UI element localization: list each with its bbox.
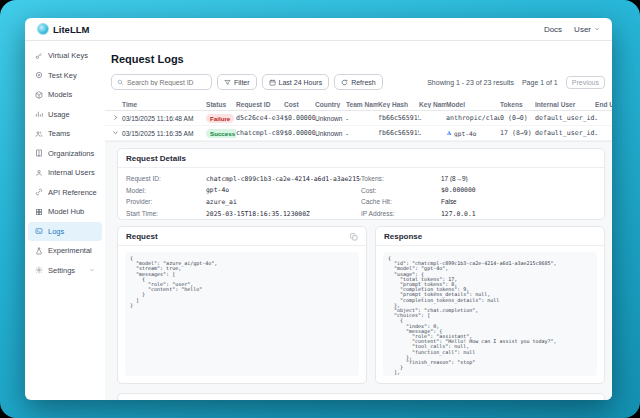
brand-name: LiteLLM xyxy=(53,24,89,35)
filter-button[interactable]: Filter xyxy=(217,74,257,90)
sidebar-item-logs[interactable]: Logs xyxy=(28,222,102,242)
log-time: 03/15/2025 11:16:48 AM xyxy=(122,115,206,122)
cube-icon xyxy=(35,91,43,99)
request-details-title: Request Details xyxy=(118,149,604,168)
toolbar: Filter Last 24 Hours Refresh Showing 1 -… xyxy=(111,74,605,90)
chevron-right-icon[interactable] xyxy=(112,114,119,121)
results-count: Showing 1 - 23 of 23 results xyxy=(427,79,514,86)
chevron-down-icon xyxy=(594,26,600,32)
test-key-icon xyxy=(35,71,43,79)
request-panel: Request { "model": "azure_ai/gpt-4o", "s… xyxy=(117,226,367,384)
metadata-panel: Metadata xyxy=(117,393,605,400)
docs-link[interactable]: Docs xyxy=(544,25,562,34)
search-input[interactable] xyxy=(127,79,206,86)
metadata-panel-title: Metadata xyxy=(118,394,604,400)
detail-tokens: 17 (8→9) xyxy=(441,175,468,182)
chevron-down-icon xyxy=(89,267,95,273)
log-end-user: - xyxy=(595,130,612,137)
log-key-name: - xyxy=(419,130,446,137)
detail-cost: $0.000000 xyxy=(441,186,476,194)
time-range-button[interactable]: Last 24 Hours xyxy=(262,74,330,90)
sidebar: Virtual Keys Test Key Models Usage Teams… xyxy=(25,41,105,400)
copy-icon[interactable] xyxy=(350,233,358,241)
request-details-card: Request Details Request ID:chatcmpl-c899… xyxy=(117,148,605,220)
log-team: - xyxy=(346,115,378,122)
log-internal-user: default_user_id xyxy=(535,129,595,137)
sidebar-item-internal-users[interactable]: Internal Users xyxy=(28,163,102,183)
status-badge: Failure xyxy=(206,114,234,123)
table-row-expanded[interactable]: 03/15/2025 11:16:35 AM Success chatcmpl-… xyxy=(105,126,612,141)
refresh-icon xyxy=(341,79,348,86)
key-icon xyxy=(35,52,43,60)
log-tokens: 17 (8→9) xyxy=(500,129,535,137)
log-country: Unknown xyxy=(315,130,346,137)
teams-icon xyxy=(35,130,43,138)
user-menu-label: User xyxy=(574,25,591,34)
table-row[interactable]: 03/15/2025 11:16:48 AM Failure d5c26ce4-… xyxy=(105,111,612,126)
sidebar-item-settings[interactable]: Settings xyxy=(28,261,102,281)
log-team: - xyxy=(346,130,378,137)
sidebar-item-test-key[interactable]: Test Key xyxy=(28,66,102,86)
sidebar-item-experimental[interactable]: Experimental xyxy=(28,241,102,261)
log-cost: $0.000000 xyxy=(284,114,315,122)
user-menu[interactable]: User xyxy=(574,25,600,34)
search-box[interactable] xyxy=(111,74,212,90)
page-title: Request Logs xyxy=(111,53,612,65)
log-model: anthropic/claude-... xyxy=(446,114,500,122)
logs-icon xyxy=(35,227,43,235)
log-key-hash: fb66c565915c6... xyxy=(378,114,419,122)
flask-icon xyxy=(35,247,43,255)
top-navbar: LiteLLM Docs User xyxy=(25,18,612,41)
sidebar-item-usage[interactable]: Usage xyxy=(28,105,102,125)
response-json-text: { "id": "chatcmpl-c899c1b3-ca2e-4214-a6d… xyxy=(388,256,592,376)
search-icon xyxy=(117,79,124,86)
log-request-id: chatcmpl-c899... xyxy=(236,129,284,137)
gear-icon xyxy=(35,266,43,274)
log-key-name: - xyxy=(419,115,446,122)
request-json-text: { "model": "azure_ai/gpt-4o", "stream": … xyxy=(130,256,354,308)
filter-icon xyxy=(224,79,231,86)
building-icon xyxy=(35,149,43,157)
detail-cache-hit: False xyxy=(441,198,457,205)
log-model: gpt-4o xyxy=(454,130,476,137)
response-panel: Response { "id": "chatcmpl-c899c1b3-ca2e… xyxy=(375,226,605,384)
main-content: Request Logs Filter Last 24 Hours Refres… xyxy=(105,41,612,400)
log-key-hash: fb66c565915c6... xyxy=(378,129,419,137)
log-cost: $0.000000 xyxy=(284,129,315,137)
sidebar-item-virtual-keys[interactable]: Virtual Keys xyxy=(28,46,102,66)
detail-provider: azure_ai xyxy=(206,198,237,206)
litellm-logo-icon xyxy=(37,23,49,35)
request-panel-title: Request xyxy=(126,232,158,241)
detail-model: gpt-4o xyxy=(206,186,229,194)
log-request-id: d5c26ce4-e343... xyxy=(236,114,284,122)
sidebar-item-teams[interactable]: Teams xyxy=(28,124,102,144)
bar-chart-icon xyxy=(35,110,43,118)
sidebar-item-model-hub[interactable]: Model Hub xyxy=(28,202,102,222)
grid-icon xyxy=(35,208,43,216)
provider-logo-icon xyxy=(446,130,452,136)
response-json-block: { "id": "chatcmpl-c899c1b3-ca2e-4214-a6d… xyxy=(383,252,597,376)
app-window: LiteLLM Docs User Virtual Keys Test Key … xyxy=(25,18,612,400)
sidebar-item-api-reference[interactable]: API Reference xyxy=(28,183,102,203)
user-icon xyxy=(35,169,43,177)
chevron-down-icon[interactable] xyxy=(112,129,119,136)
status-badge: Success xyxy=(206,129,236,138)
detail-start-time: 2025-03-15T18:16:35.123000Z xyxy=(206,210,310,218)
log-time: 03/15/2025 11:16:35 AM xyxy=(122,130,206,137)
refresh-button[interactable]: Refresh xyxy=(334,74,383,90)
expanded-log-detail: Request Details Request ID:chatcmpl-c899… xyxy=(105,141,612,400)
table-header-row: Time Status Request ID Cost Country Team… xyxy=(105,98,612,111)
detail-ip-address: 127.0.0.1 xyxy=(441,210,476,218)
sidebar-item-organizations[interactable]: Organizations xyxy=(28,144,102,164)
link-icon xyxy=(35,188,43,196)
log-end-user: - xyxy=(595,115,612,122)
page-indicator: Page 1 of 1 xyxy=(522,79,558,86)
detail-request-id: chatcmpl-c899c1b3-ca2e-4214-a6d1-a3ae215… xyxy=(206,175,361,183)
logs-table: Time Status Request ID Cost Country Team… xyxy=(105,98,612,141)
log-internal-user: default_user_id xyxy=(535,114,595,122)
previous-page-button[interactable]: Previous xyxy=(566,76,605,89)
calendar-icon xyxy=(269,79,276,86)
brand[interactable]: LiteLLM xyxy=(37,23,89,35)
request-json-block: { "model": "azure_ai/gpt-4o", "stream": … xyxy=(125,252,359,376)
sidebar-item-models[interactable]: Models xyxy=(28,85,102,105)
